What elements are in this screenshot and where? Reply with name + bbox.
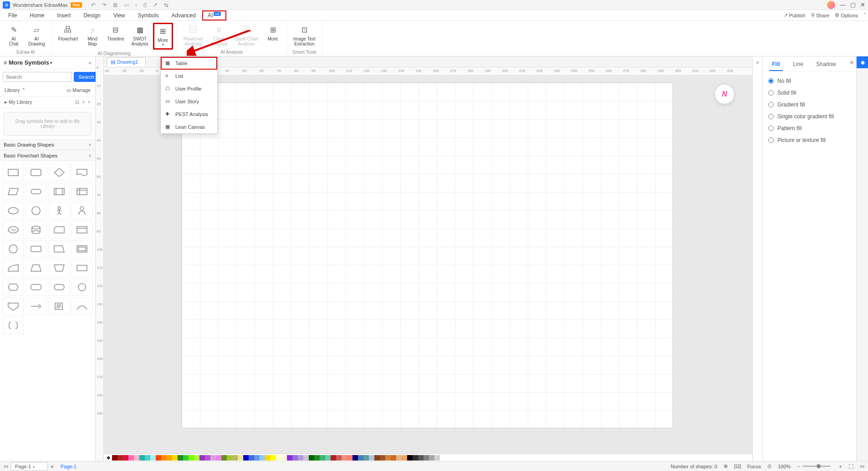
more-analysis-tool[interactable]: ⊞More [263,23,283,48]
lib-add-icon[interactable]: + [82,99,85,105]
my-library-label[interactable]: ▸ My Library [5,99,32,105]
color-swatch[interactable] [440,455,445,461]
color-swatch[interactable] [265,455,271,461]
color-swatch[interactable] [309,455,314,461]
shape-arrow[interactable] [26,298,46,315]
color-swatch[interactable] [380,455,385,461]
print-icon[interactable]: ⎙ [143,2,147,8]
shape-trapezoid[interactable] [49,240,70,258]
color-swatch[interactable] [402,455,407,461]
color-swatch[interactable] [145,455,150,461]
color-swatch[interactable] [298,455,303,461]
canvas-page[interactable] [181,82,673,428]
flowchart-analysis-tool[interactable]: ⿳FlowchartAnalysis [181,23,206,48]
color-swatch[interactable] [271,455,276,461]
fill-solid[interactable]: Solid fill [768,87,851,99]
color-swatch[interactable] [205,455,210,461]
shape-parallelogram[interactable] [3,183,24,200]
zoom-in-icon[interactable]: + [839,464,842,469]
color-swatch[interactable] [249,455,254,461]
menu-insert[interactable]: Insert [51,10,77,20]
menu-advanced[interactable]: Advanced [165,10,202,20]
more-qa-icon[interactable]: ⇆ [164,2,168,8]
close-flowchart-section-icon[interactable]: × [89,153,92,158]
undo-icon[interactable]: ↶ [91,2,96,8]
symbol-search-input[interactable] [3,72,72,82]
shape-cylinder[interactable] [26,221,46,238]
color-swatch[interactable] [112,455,117,461]
symbol-search-button[interactable]: Search [74,72,99,82]
color-swatch[interactable] [369,455,374,461]
publish-button[interactable]: ↗ Publish [784,12,806,18]
share-button[interactable]: ⚲ Share [811,12,829,18]
tab-fill[interactable]: Fill [769,58,782,71]
user-avatar[interactable] [827,1,835,9]
redo-icon[interactable]: ↷ [102,2,107,8]
collapse-right-icon[interactable]: » [752,56,762,461]
close-icon[interactable]: ✕ [860,1,865,8]
color-swatch[interactable] [303,455,309,461]
menu-view[interactable]: View [107,10,132,20]
dropdown-item-profile[interactable]: ☖User Profile [161,82,217,95]
mind-map-tool[interactable]: ჻MindMap [82,23,102,50]
color-swatch[interactable] [194,455,199,461]
shape-arc[interactable] [3,259,24,277]
color-swatch[interactable] [347,455,352,461]
fullscreen-icon[interactable]: ⛶ [848,464,853,469]
image-text-extraction-tool[interactable]: ⊡Image TextExtraction [291,23,318,48]
shape-actor[interactable] [49,202,70,219]
export-icon[interactable]: ↗ [153,2,158,8]
fill-gradient[interactable]: Gradient fill [768,99,851,111]
menu-file[interactable]: File [2,10,23,20]
color-swatch[interactable] [363,455,369,461]
library-label[interactable]: Library ⌃ [5,87,26,93]
lib-expand-icon[interactable]: ⊡ [75,99,79,105]
shape-circle2[interactable] [3,240,24,258]
shape-predefined[interactable] [49,183,70,200]
chart-analysis-tool[interactable]: ⫼ChartAnalysis [208,23,230,48]
color-swatch[interactable] [243,455,249,461]
tab-line[interactable]: Line [790,58,806,71]
color-swatch[interactable] [260,455,265,461]
swot-tool[interactable]: ▦SWOTAnalysis [128,23,151,50]
collapse-panel-icon[interactable]: « [88,60,92,66]
basic-drawing-header[interactable]: Basic Drawing Shapes [4,142,54,147]
shape-rect[interactable] [3,164,24,181]
color-swatch[interactable] [320,455,325,461]
shape-document[interactable] [71,164,92,181]
page-tab[interactable]: Page-1 ▾ [11,462,48,471]
color-swatch[interactable] [199,455,205,461]
shape-diamond[interactable] [49,164,70,181]
gantt-analysis-tool[interactable]: ⿲Gantt ChartAnalysis [232,23,261,48]
shape-circle3[interactable] [71,279,92,296]
color-swatch[interactable] [314,455,320,461]
color-swatch[interactable] [123,455,128,461]
color-swatch[interactable] [178,455,183,461]
color-swatch[interactable] [331,455,336,461]
color-swatch[interactable] [325,455,331,461]
fill-none[interactable]: No fill [768,75,851,87]
color-swatch[interactable] [156,455,161,461]
basic-flowchart-header[interactable]: Basic Flowchart Shapes [4,153,57,158]
menu-home[interactable]: Home [23,10,51,20]
shape-ellipse[interactable] [3,202,24,219]
flowchart-tool[interactable]: 品Flowchart [56,23,81,50]
color-swatch[interactable] [117,455,123,461]
shape-rounded-rect[interactable] [26,164,46,181]
color-swatch[interactable] [396,455,402,461]
zoom-fit-icon[interactable]: ⊙ [767,463,771,469]
ai-drawing-tool[interactable]: ▱AIDrawing [26,23,48,48]
color-swatch[interactable] [276,455,281,461]
color-swatch[interactable] [210,455,216,461]
fill-single-gradient[interactable]: Single color gradient fill [768,111,851,122]
new-icon[interactable]: ⊞ [113,2,117,8]
shape-rounded3[interactable] [26,279,46,296]
color-swatch[interactable] [232,455,238,461]
ai-chat-tool[interactable]: ✎AIChat [4,23,24,48]
close-format-panel-icon[interactable]: ✕ [849,59,854,66]
color-swatch[interactable] [352,455,358,461]
color-swatch[interactable] [358,455,363,461]
page-list-icon[interactable]: ▭ [4,463,8,469]
shape-yes[interactable]: Yes [3,221,24,238]
lib-close-icon[interactable]: × [88,99,91,105]
